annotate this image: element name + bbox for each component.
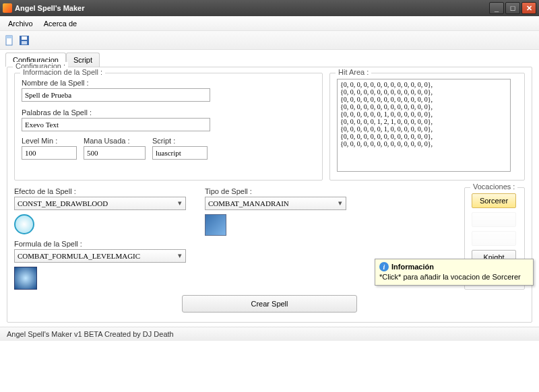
label-levelmin: Level Min :	[22, 137, 77, 145]
input-levelmin[interactable]	[22, 146, 77, 160]
group-hitarea: Hit Area : {0, 0, 0, 0, 0, 0, 0, 0, 0, 0…	[329, 73, 525, 181]
vocation-hidden-1[interactable]	[472, 212, 516, 227]
tooltip-info: i Información *Click* para añadir la voc…	[375, 259, 534, 286]
status-bar: Angel Spell's Maker v1 BETA Created by D…	[0, 327, 539, 341]
label-palabras: Palabras de la Spell :	[22, 108, 315, 117]
legend-vocaciones: Vocaciones :	[470, 183, 517, 191]
minimize-button[interactable]: _	[489, 2, 504, 14]
tab-script[interactable]: Script	[66, 53, 100, 67]
type-preview-icon	[205, 214, 226, 236]
toolbar	[0, 31, 539, 50]
tab-bar: Configuracion Script	[5, 53, 539, 67]
formula-preview-icon	[14, 267, 37, 290]
select-tipo[interactable]: COMBAT_MANADRAIN	[205, 197, 346, 210]
input-script[interactable]	[152, 146, 208, 160]
tooltip-body: *Click* para añadir la vocacion de Sorce…	[379, 273, 529, 281]
svg-rect-1	[6, 36, 12, 38]
close-button[interactable]: ✕	[521, 2, 536, 14]
label-mana: Mana Usada :	[84, 137, 146, 145]
label-nombre: Nombre de la Spell :	[22, 79, 315, 87]
label-tipo: Tipo de Spell :	[205, 187, 346, 195]
select-efecto[interactable]: CONST_ME_DRAWBLOOD	[14, 197, 186, 210]
vocation-sorcerer-button[interactable]: Sorcerer	[472, 193, 516, 208]
menu-bar: Archivo Acerca de	[0, 16, 539, 31]
window-title: Angel Spell's Maker	[15, 4, 488, 12]
input-mana[interactable]	[84, 146, 146, 160]
save-icon[interactable]	[19, 35, 30, 46]
menu-archivo[interactable]: Archivo	[3, 18, 38, 30]
svg-rect-4	[22, 41, 27, 44]
label-formula: Formula de la Spell :	[14, 240, 186, 248]
textarea-hitarea[interactable]: {0, 0, 0, 0, 0, 0, 0, 0, 0, 0, 0, 0, 0},…	[337, 79, 511, 172]
maximize-button[interactable]: □	[505, 2, 520, 14]
effect-preview-icon	[14, 214, 34, 234]
svg-rect-3	[22, 36, 27, 40]
vocation-hidden-2[interactable]	[472, 231, 516, 246]
group-info-spell: Informacion de la Spell : Nombre de la S…	[14, 73, 323, 181]
label-efecto: Efecto de la Spell :	[14, 187, 186, 195]
legend-hitarea: Hit Area :	[336, 68, 371, 76]
label-script: Script :	[152, 137, 208, 145]
menu-acerca[interactable]: Acerca de	[38, 18, 83, 30]
input-nombre[interactable]	[22, 88, 210, 102]
info-icon: i	[379, 262, 389, 271]
tooltip-title: Información	[391, 263, 434, 271]
app-icon	[3, 3, 12, 13]
new-file-icon[interactable]	[4, 35, 15, 46]
legend-info: Informacion de la Spell :	[20, 68, 105, 76]
create-spell-button[interactable]: Crear Spell	[182, 295, 357, 313]
input-palabras[interactable]	[22, 118, 210, 131]
title-bar: Angel Spell's Maker _ □ ✕	[0, 0, 539, 16]
select-formula[interactable]: COMBAT_FORMULA_LEVELMAGIC	[14, 249, 186, 263]
